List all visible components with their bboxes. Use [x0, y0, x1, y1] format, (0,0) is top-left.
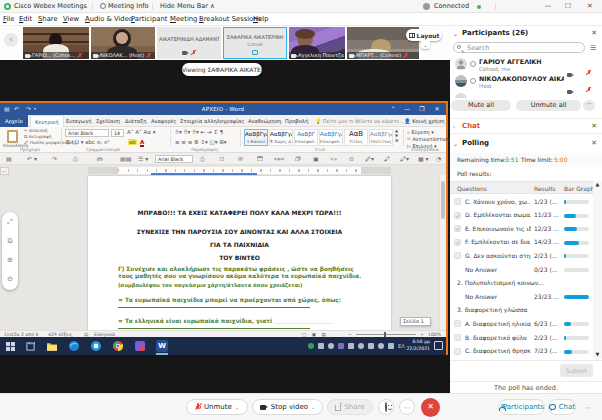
list-icon[interactable]: ☰ ▾	[138, 153, 148, 165]
highlighter-icon[interactable]: 🖍	[384, 153, 390, 165]
ribbon-options-button[interactable]: ⌃	[386, 103, 400, 115]
layout-button[interactable]: Layout	[406, 29, 442, 41]
word-minimize-button[interactable]: —	[400, 103, 414, 115]
reactions-button[interactable]	[378, 399, 394, 415]
meeting-info-button[interactable]: Meeting Info	[100, 0, 149, 13]
print-icon[interactable]: ⎙	[200, 153, 205, 165]
minimize-button[interactable]: —	[540, 0, 556, 13]
menu-audio-video[interactable]: Audio & Video	[85, 13, 133, 26]
tray-icon[interactable]	[348, 343, 354, 349]
tab-design[interactable]: Σχεδίαση	[96, 115, 120, 127]
menu-file[interactable]: File	[3, 13, 14, 26]
cut-button[interactable]: ✂ Αποκοπή	[24, 128, 48, 133]
tellme-box[interactable]: 💡 Πείτε μου τι θέλετε να κάνετε...	[315, 117, 404, 126]
scroll-up-icon[interactable]: ▲	[593, 181, 602, 189]
answer-checkbox[interactable]	[454, 320, 461, 327]
copy-button[interactable]: ⧉ Αντιγραφή	[24, 134, 51, 139]
qat-font-combo[interactable]: Arial Black	[155, 155, 193, 163]
tab-selector[interactable]: ⌐	[0, 167, 9, 175]
participant-tile[interactable]: ΑΙΚΑΤΕΡΙΝΙΔΗ ΑΔΑΜΑΝΤΙΑ	[157, 27, 221, 59]
style-heading1[interactable]: ΑαΒβΓΕπικεφαλ...	[294, 129, 318, 146]
layout-caret[interactable]: ⌄	[421, 41, 430, 49]
answer-checkbox[interactable]	[454, 348, 461, 355]
font-grow-shrink[interactable]: A˄ A˅ Αα ▾	[127, 129, 155, 135]
answer-checkbox[interactable]	[454, 198, 461, 205]
file-explorer-icon[interactable]	[46, 340, 58, 352]
word-taskbar-icon[interactable]: W	[156, 340, 168, 352]
tab-mailings[interactable]: Στοιχεία αλληλογραφίας	[180, 115, 244, 127]
participant-row[interactable]: ΝΙΚΟΛΑΚΟΠΟΥΛΟΥ ΑΙΚΑΤΕΡ... Host	[450, 73, 602, 90]
circle-icon[interactable]: ⊙	[349, 153, 354, 165]
unmute-button[interactable]: Unmute ⌄	[186, 399, 248, 415]
poll-row[interactable]: A. διαφορετική ηλικία 6/23 (...	[450, 317, 593, 331]
copy-page-icon[interactable]: 🗇	[295, 153, 301, 165]
stop-video-button[interactable]: Stop video ⌄	[252, 399, 323, 415]
chrome-icon[interactable]	[112, 340, 124, 352]
font-name-combo[interactable]: Arial Black	[65, 129, 109, 137]
email-icon[interactable]: ✉	[238, 153, 243, 165]
tray-icon[interactable]	[318, 343, 324, 349]
replace-button[interactable]: ᵃᶜ Αντικατάσταση	[407, 136, 452, 142]
poll-scrollbar[interactable]: ▲ ▼	[593, 181, 602, 359]
style-no-spacing[interactable]: ΑαΒβΓγΔ¶ Χωρίς Δ...	[269, 129, 293, 146]
zoom-in-icon[interactable]: ⊕	[2, 252, 18, 268]
answer-checkbox[interactable]	[454, 252, 461, 259]
video-tile[interactable]: ΝΙΚΟΛΑΚ... (Host)	[91, 27, 155, 59]
video-tile[interactable]: Αγγελικη Πουντζα	[289, 27, 345, 59]
chat-header[interactable]: › Chat ✕	[450, 118, 602, 134]
skype-icon[interactable]	[90, 340, 102, 352]
arrows-icon[interactable]: ⤆⤇	[274, 153, 284, 165]
save-all-icon[interactable]: ▤▤	[120, 153, 131, 165]
menu-participant[interactable]: Participant	[131, 13, 167, 26]
menu-meeting[interactable]: Meeting	[170, 13, 197, 26]
tab-view[interactable]: Προβολή	[285, 115, 308, 127]
poll-row[interactable]: B. διαφορετικό φύλο 2/23 (...	[450, 331, 593, 345]
participant-row-partial[interactable]	[450, 90, 602, 98]
menu-help[interactable]: Help	[253, 13, 269, 26]
font-size-combo[interactable]: 14	[111, 129, 124, 137]
hide-menu-bar-button[interactable]: Hide Menu Bar ∧	[160, 0, 215, 13]
quotes-icon[interactable]: «»	[330, 153, 337, 165]
paste-icon[interactable]	[7, 130, 18, 143]
tray-mic-icon[interactable]	[388, 343, 394, 349]
paragraph-buttons-bottom[interactable]: ≡ ≡ ≡ ≣ ⇕▾ ◱▾ ⊞▾	[175, 139, 227, 145]
tab-file[interactable]: Αρχείο	[0, 115, 28, 127]
redo-icon[interactable]: ↷	[52, 153, 57, 165]
start-button[interactable]	[4, 340, 16, 352]
table-icon[interactable]: ▦ ▾	[418, 153, 429, 165]
participants-header[interactable]: ⌄ Participants (26) ✕	[450, 26, 602, 42]
tab-layout[interactable]: Διάταξη	[125, 115, 146, 127]
poll-row[interactable]: E. Επικοινωνούν τις ιδ... 12/23 ...	[450, 222, 593, 236]
highlight-button[interactable]: ab	[128, 139, 137, 145]
styles-scroll[interactable]: ▲▼☰	[395, 128, 399, 143]
mute-all-button[interactable]: Mute all	[451, 100, 511, 111]
font-style-buttons[interactable]: B I U ▾ abc x₂ x²	[66, 139, 109, 145]
poll-row[interactable]: D. Εμπλέκονται σωμα... 11/23 ...	[450, 209, 593, 223]
print-preview-icon[interactable]: ⎙	[73, 153, 78, 165]
undo-icon[interactable]: ↶ ▾	[27, 153, 37, 165]
chevron-right-icon[interactable]: ›	[453, 123, 455, 130]
tab-insert[interactable]: Εισαγωγή	[66, 115, 92, 127]
window-icon[interactable]: 🗔	[257, 153, 263, 165]
poll-row[interactable]: C. διαφορετική θρησκ... 7/23 (...	[450, 345, 593, 359]
active-speaker-tile[interactable]: ΣΑΦΑΡΙΚΑ ΑΙΚΑΤΕΡΙΝΗ Cohost	[223, 27, 287, 59]
poll-row[interactable]: No Answer 23/23 ...	[450, 290, 593, 304]
tray-webex-icon[interactable]	[308, 343, 314, 349]
menu-breakout-sessions[interactable]: Breakout Sessions	[199, 13, 261, 26]
participant-row[interactable]: ΓΑΡΙΟΥ ΑΓΓΕΛΙΚΗ Cohost, me	[450, 56, 602, 73]
video-tile[interactable]: ΓΑΡΙΟ... (Cohos...	[23, 27, 89, 59]
polling-header[interactable]: ⌄ Polling ✕	[450, 136, 602, 152]
style-subtitle[interactable]: ΑαΒβΓγΔΥπότιτλος	[369, 129, 393, 146]
zoom-out-icon[interactable]: ⊖	[2, 271, 18, 287]
tab-references[interactable]: Αναφορές	[151, 115, 177, 127]
fit-to-width-icon[interactable]: ⤢	[2, 214, 18, 230]
poll-row[interactable]: C. Χάνουν χρόνο, χω... 1/23 (...	[450, 195, 593, 209]
tab-review[interactable]: Αναθεώρηση	[248, 115, 281, 127]
menu-share[interactable]: Share	[38, 13, 58, 26]
menu-edit[interactable]: Edit	[19, 13, 32, 26]
word-document-area[interactable]: ΜΠΡΑΒΟ!!! ΤΑ ΕΧΕΙΣ ΚΑΤΑΦΕΡΕΙ ΠΟΛΥ ΚΑΛΑ Μ…	[0, 175, 446, 330]
word-close-button[interactable]: ✕	[430, 103, 444, 115]
font-color-button[interactable]: A	[140, 139, 144, 147]
maximize-button[interactable]: ☐	[560, 0, 576, 13]
poll-row[interactable]: No Answer 0/23 (...	[450, 263, 593, 277]
